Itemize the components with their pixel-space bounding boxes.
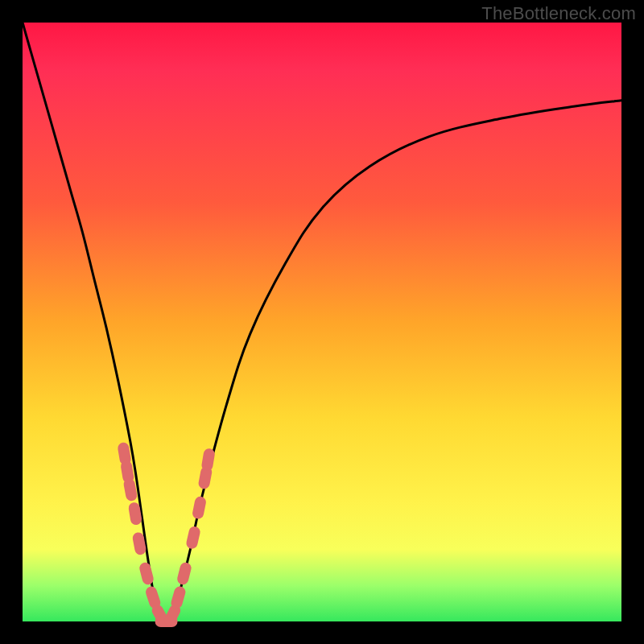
plot-area	[23, 23, 621, 621]
chart-frame: TheBottleneck.com	[0, 0, 644, 644]
bead-marker	[170, 585, 187, 610]
bottleneck-curve	[23, 23, 621, 621]
bead-marker	[138, 561, 155, 586]
attribution-text: TheBottleneck.com	[481, 3, 636, 24]
bead-marker	[176, 561, 192, 586]
bead-marker	[192, 496, 207, 520]
highlight-beads	[117, 442, 216, 628]
bead-marker	[185, 526, 201, 550]
curve-svg	[23, 23, 621, 621]
bead-marker	[200, 448, 215, 472]
